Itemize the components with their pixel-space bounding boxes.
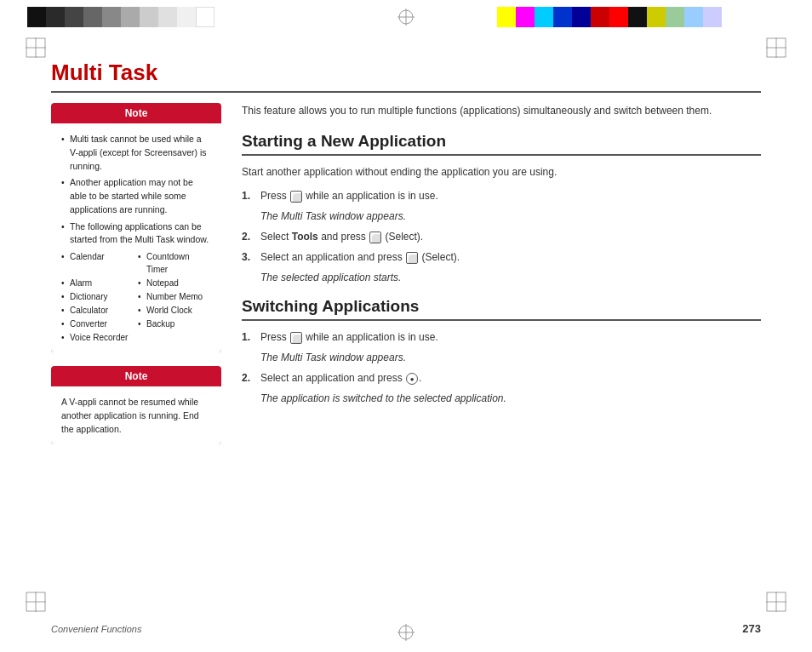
note-box-1-list: Multi task cannot be used while a V-appl… — [61, 133, 211, 247]
swatch-white — [196, 7, 214, 27]
note-box-2: Note A V-appli cannot be resumed while a… — [51, 366, 221, 444]
section2-heading: Switching Applications — [242, 297, 761, 321]
right-column: This feature allows you to run multiple … — [242, 103, 761, 458]
note-box-2-title: Note — [51, 366, 221, 387]
swatch-light2 — [158, 7, 177, 27]
note-box-1-content: Multi task cannot be used while a V-appl… — [51, 124, 221, 352]
top-bar-left — [0, 0, 323, 34]
app-list: Calendar Countdown Timer Alarm Notepad D… — [61, 250, 211, 344]
note-box-1: Note Multi task cannot be used while a V… — [51, 103, 221, 352]
footer-label: Convenient Functions — [51, 624, 141, 634]
step-1-1-num: 1. — [242, 188, 255, 203]
corner-mark-bl — [26, 592, 46, 615]
note-box-2-text: A V-appli cannot be resumed while anothe… — [61, 396, 211, 436]
top-color-bar — [0, 0, 812, 34]
footer-page: 273 — [742, 622, 761, 635]
step-2-1-num: 1. — [242, 329, 255, 345]
swatch-light1 — [140, 7, 158, 27]
step-1-3-sub: The selected application starts. — [260, 270, 761, 285]
note-bullet-1: Multi task cannot be used while a V-appl… — [61, 133, 211, 173]
swatch-dark1 — [46, 7, 65, 27]
step-2-1-sub: The Multi Task window appears. — [260, 350, 761, 365]
step-1-3-num: 3. — [242, 249, 255, 265]
swatch-cyan — [535, 7, 553, 27]
section1-intro: Start another application without ending… — [242, 164, 761, 180]
swatch-dark2 — [65, 7, 83, 27]
app-converter: Converter — [61, 317, 134, 330]
section2-steps: 1. Press ⬜ while an application is in us… — [242, 329, 761, 406]
step-1-1: 1. Press ⬜ while an application is in us… — [242, 188, 761, 203]
color-swatches — [497, 7, 722, 27]
top-center-cross — [397, 9, 415, 26]
swatch-olive — [647, 7, 666, 27]
step-1-2-num: 2. — [242, 229, 255, 244]
intro-text: This feature allows you to run multiple … — [242, 103, 761, 118]
top-bar-center — [323, 0, 489, 34]
app-backup: Backup — [138, 317, 211, 330]
page-title: Multi Task — [51, 60, 761, 93]
app-calculator: Calculator — [61, 304, 134, 317]
corner-mark-tl — [26, 37, 46, 60]
section1-heading: Starting a New Application — [242, 132, 761, 156]
content-columns: Note Multi task cannot be used while a V… — [51, 103, 761, 458]
app-voice-recorder: Voice Recorder — [61, 331, 134, 344]
step-1-2: 2. Select Tools and press ⬜ (Select). — [242, 229, 761, 244]
swatch-lavender — [703, 7, 722, 27]
gray-swatches — [27, 7, 214, 27]
swatch-black — [27, 7, 46, 27]
step-1-1-sub: The Multi Task window appears. — [260, 209, 761, 224]
note-box-1-title: Note — [51, 103, 221, 124]
step-2-1: 1. Press ⬜ while an application is in us… — [242, 329, 761, 345]
section1-steps: 1. Press ⬜ while an application is in us… — [242, 188, 761, 285]
swatch-dk — [628, 7, 647, 27]
btn-icon-3: ⬜ — [406, 252, 418, 264]
step-1-3: 3. Select an application and press ⬜ (Se… — [242, 249, 761, 265]
swatch-gray3 — [121, 7, 140, 27]
step-1-3-text: Select an application and press ⬜ (Selec… — [260, 249, 460, 265]
swatch-magenta — [516, 7, 535, 27]
btn-circle-1: ● — [406, 373, 418, 385]
step-1-2-text: Select Tools and press ⬜ (Select). — [260, 229, 423, 244]
swatch-light3 — [177, 7, 196, 27]
step-1-1-text: Press ⬜ while an application is in use. — [260, 188, 438, 203]
swatch-gray2 — [102, 7, 121, 27]
corner-mark-br — [766, 592, 786, 615]
footer: Convenient Functions 273 — [51, 622, 761, 635]
step-2-2-num: 2. — [242, 370, 255, 386]
step-2-2: 2. Select an application and press ●. — [242, 370, 761, 386]
swatch-blue1 — [553, 7, 572, 27]
step-2-2-sub: The application is switched to the selec… — [260, 391, 761, 406]
app-number-memo: Number Memo — [138, 290, 211, 303]
app-countdown: Countdown Timer — [138, 250, 211, 276]
swatch-red2 — [609, 7, 628, 27]
corner-mark-tr — [766, 37, 786, 60]
swatch-green — [666, 7, 684, 27]
swatch-red1 — [591, 7, 609, 27]
app-dictionary: Dictionary — [61, 290, 134, 303]
swatch-yellow — [497, 7, 516, 27]
swatch-lt-blue — [684, 7, 703, 27]
btn-icon-4: ⬜ — [290, 332, 302, 344]
app-notepad: Notepad — [138, 277, 211, 289]
note-box-2-content: A V-appli cannot be resumed while anothe… — [51, 387, 221, 444]
left-column: Note Multi task cannot be used while a V… — [51, 103, 221, 458]
step-2-2-text: Select an application and press ●. — [260, 370, 421, 386]
app-calendar: Calendar — [61, 250, 134, 276]
top-bar-right — [489, 0, 812, 34]
note-bullet-2: Another application may not be able to b… — [61, 176, 211, 216]
swatch-navy — [572, 7, 591, 27]
btn-icon-1: ⬜ — [290, 191, 302, 203]
note-bullet-3: The following applications can be starte… — [61, 220, 211, 248]
main-content: Multi Task Note Multi task cannot be use… — [51, 60, 761, 609]
btn-icon-2: ⬜ — [369, 232, 381, 243]
step-2-1-text: Press ⬜ while an application is in use. — [260, 329, 438, 345]
swatch-gray1 — [83, 7, 102, 27]
app-alarm: Alarm — [61, 277, 134, 289]
app-world-clock: World Clock — [138, 304, 211, 317]
